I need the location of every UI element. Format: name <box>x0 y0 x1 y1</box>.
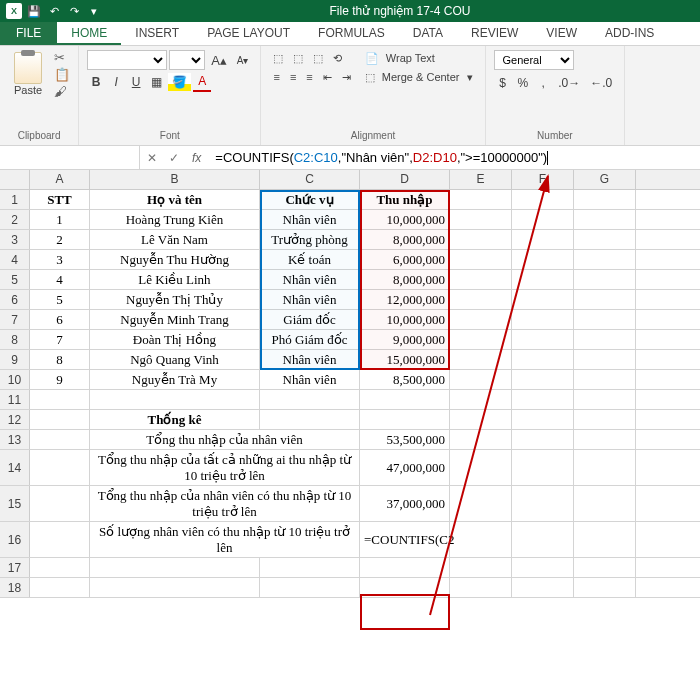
cell[interactable] <box>512 486 574 521</box>
cell[interactable] <box>574 330 636 349</box>
cell[interactable] <box>574 350 636 369</box>
font-color-icon[interactable]: A <box>193 72 211 92</box>
cell[interactable] <box>512 390 574 409</box>
cell[interactable]: Họ và tên <box>90 190 260 209</box>
increase-decimal-icon[interactable]: .0→ <box>554 74 584 92</box>
excel-icon[interactable]: X <box>6 3 22 19</box>
currency-icon[interactable]: $ <box>494 74 512 92</box>
cell[interactable] <box>450 330 512 349</box>
cell[interactable]: Thu nhập <box>360 190 450 209</box>
row-header-15[interactable]: 15 <box>0 486 30 521</box>
cell[interactable]: 9,000,000 <box>360 330 450 349</box>
cell[interactable]: 8,500,000 <box>360 370 450 389</box>
cell[interactable] <box>450 370 512 389</box>
cell[interactable]: 3 <box>30 250 90 269</box>
cell[interactable] <box>512 578 574 597</box>
data-tab[interactable]: DATA <box>399 22 457 45</box>
cell[interactable]: 15,000,000 <box>360 350 450 369</box>
cell[interactable] <box>574 290 636 309</box>
cell[interactable]: Nhân viên <box>260 290 360 309</box>
border-icon[interactable]: ▦ <box>147 73 166 91</box>
cell[interactable]: Nhân viên <box>260 370 360 389</box>
redo-icon[interactable]: ↷ <box>66 3 82 19</box>
cell[interactable]: Lê Kiều Linh <box>90 270 260 289</box>
cell[interactable] <box>574 558 636 577</box>
cell[interactable] <box>450 390 512 409</box>
cell[interactable]: 8,000,000 <box>360 230 450 249</box>
cell[interactable]: Ngô Quang Vinh <box>90 350 260 369</box>
cell[interactable] <box>512 350 574 369</box>
cell[interactable]: Phó Giám đốc <box>260 330 360 349</box>
row-header-16[interactable]: 16 <box>0 522 30 557</box>
cell[interactable]: Thống kê <box>90 410 260 429</box>
cell[interactable] <box>574 390 636 409</box>
cell[interactable]: 6,000,000 <box>360 250 450 269</box>
cell[interactable] <box>512 290 574 309</box>
cell[interactable] <box>450 350 512 369</box>
col-header-F[interactable]: F <box>512 170 574 189</box>
cell[interactable]: 10,000,000 <box>360 210 450 229</box>
row-header-17[interactable]: 17 <box>0 558 30 577</box>
undo-icon[interactable]: ↶ <box>46 3 62 19</box>
cell[interactable] <box>30 486 90 521</box>
cell[interactable] <box>90 578 260 597</box>
select-all-corner[interactable] <box>0 170 30 189</box>
qat-dropdown-icon[interactable]: ▾ <box>86 3 102 19</box>
row-header-2[interactable]: 2 <box>0 210 30 229</box>
font-family-select[interactable] <box>87 50 167 70</box>
col-header-E[interactable]: E <box>450 170 512 189</box>
cell[interactable]: 10,000,000 <box>360 310 450 329</box>
align-left-icon[interactable]: ≡ <box>269 69 283 86</box>
row-header-1[interactable]: 1 <box>0 190 30 209</box>
format-painter-icon[interactable]: 🖌 <box>54 84 70 99</box>
cell[interactable]: Nguyễn Thị Thủy <box>90 290 260 309</box>
col-header-A[interactable]: A <box>30 170 90 189</box>
cell[interactable]: 53,500,000 <box>360 430 450 449</box>
align-middle-icon[interactable]: ⬚ <box>289 50 307 67</box>
row-header-10[interactable]: 10 <box>0 370 30 389</box>
cell[interactable] <box>30 390 90 409</box>
underline-button[interactable]: U <box>127 73 145 91</box>
cell[interactable] <box>574 522 636 557</box>
cell[interactable] <box>512 250 574 269</box>
row-header-14[interactable]: 14 <box>0 450 30 485</box>
cut-icon[interactable]: ✂ <box>54 50 70 65</box>
stats-label[interactable]: Số lượng nhân viên có thu nhập từ 10 tri… <box>90 522 360 557</box>
cell[interactable] <box>450 486 512 521</box>
cell[interactable] <box>450 430 512 449</box>
stats-label[interactable]: Tổng thu nhập của nhân viên có thu nhập … <box>90 486 360 521</box>
cell[interactable] <box>512 450 574 485</box>
align-center-icon[interactable]: ≡ <box>286 69 300 86</box>
align-top-icon[interactable]: ⬚ <box>269 50 287 67</box>
col-header-G[interactable]: G <box>574 170 636 189</box>
cell[interactable]: 2 <box>30 230 90 249</box>
cell[interactable] <box>574 230 636 249</box>
accept-formula-icon[interactable]: ✓ <box>166 151 182 165</box>
italic-button[interactable]: I <box>107 73 125 91</box>
cell[interactable]: 9 <box>30 370 90 389</box>
cell[interactable]: STT <box>30 190 90 209</box>
cell[interactable]: Nguyễn Thu Hường <box>90 250 260 269</box>
home-tab[interactable]: HOME <box>57 22 121 45</box>
cell[interactable]: 4 <box>30 270 90 289</box>
row-header-9[interactable]: 9 <box>0 350 30 369</box>
cell[interactable] <box>574 270 636 289</box>
copy-icon[interactable]: 📋 <box>54 67 70 82</box>
col-header-D[interactable]: D <box>360 170 450 189</box>
cell[interactable]: 8,000,000 <box>360 270 450 289</box>
cell[interactable] <box>574 578 636 597</box>
cell[interactable] <box>90 558 260 577</box>
wrap-text-button[interactable]: 📄 Wrap Text <box>361 50 477 67</box>
col-header-C[interactable]: C <box>260 170 360 189</box>
name-box[interactable] <box>0 146 140 169</box>
cell[interactable] <box>450 190 512 209</box>
cell[interactable] <box>512 558 574 577</box>
cell[interactable]: 5 <box>30 290 90 309</box>
cell[interactable] <box>90 390 260 409</box>
cell[interactable]: =COUNTIFS(C2 <box>360 522 450 557</box>
row-header-5[interactable]: 5 <box>0 270 30 289</box>
fill-color-icon[interactable]: 🪣 <box>168 73 191 91</box>
cell[interactable] <box>512 230 574 249</box>
cell[interactable] <box>360 390 450 409</box>
cell[interactable] <box>512 522 574 557</box>
